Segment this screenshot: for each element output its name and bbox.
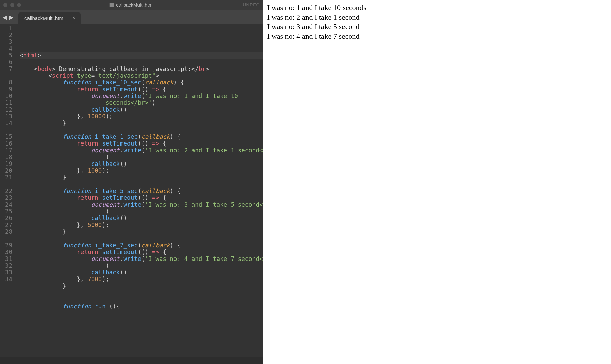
line-number: 3: [0, 39, 12, 45]
code-line[interactable]: ): [20, 208, 263, 215]
line-number: 9: [0, 86, 12, 93]
code-line[interactable]: seconds</br>'): [20, 100, 263, 107]
line-number: 14: [0, 120, 12, 127]
code-line[interactable]: return setTimeout(() => {: [20, 249, 263, 256]
nav-arrows: ◀ ▶: [3, 14, 14, 21]
line-number: 13: [0, 113, 12, 120]
code-line[interactable]: document.write('I was no: 4 and I take 7…: [20, 256, 263, 263]
tab-label: callbackMulti.html: [24, 15, 64, 21]
code-line[interactable]: }, 5000);: [20, 222, 263, 229]
code-line[interactable]: ): [20, 263, 263, 269]
code-line[interactable]: return setTimeout(() => {: [20, 195, 263, 202]
line-number: 19: [0, 161, 12, 168]
code-line[interactable]: callback(): [20, 269, 263, 276]
code-line[interactable]: }, 1000);: [20, 168, 263, 174]
nav-forward-icon[interactable]: ▶: [9, 14, 14, 21]
browser-output-pane: I was no: 1 and I take 10 secondsI was n…: [263, 0, 611, 364]
output-line: I was no: 3 and I take 5 second: [267, 22, 607, 31]
line-number: 12: [0, 107, 12, 113]
line-number: [0, 73, 12, 79]
code-line[interactable]: function run (){: [20, 303, 263, 310]
line-number: [0, 181, 12, 188]
code-line[interactable]: [20, 59, 263, 66]
status-bar: [0, 357, 263, 364]
code-line[interactable]: document.write('I was no: 2 and I take 1…: [20, 147, 263, 154]
code-line[interactable]: }: [20, 120, 263, 127]
line-number: 27: [0, 222, 12, 229]
code-line[interactable]: return setTimeout(() => {: [20, 86, 263, 93]
output-line: I was no: 2 and I take 1 second: [267, 13, 607, 22]
line-number: 22: [0, 188, 12, 195]
line-number: 30: [0, 249, 12, 256]
code-line[interactable]: [20, 127, 263, 134]
code-line[interactable]: return setTimeout(() => {: [20, 140, 263, 147]
close-window-icon[interactable]: [3, 3, 7, 7]
code-line[interactable]: }, 10000);: [20, 113, 263, 120]
code-line[interactable]: [20, 296, 263, 303]
line-number: 20: [0, 168, 12, 174]
code-line[interactable]: document.write('I was no: 1 and I take 1…: [20, 93, 263, 100]
line-number: 4: [0, 45, 12, 52]
line-number: 33: [0, 269, 12, 276]
code-line[interactable]: function i_take_7_sec(callback) {: [20, 242, 263, 249]
code-line[interactable]: }: [20, 229, 263, 235]
editor-pane: callbackMulti.html UNREG ◀ ▶ callbackMul…: [0, 0, 263, 364]
line-number-gutter: 1234567891011121314151617181920212223242…: [0, 24, 16, 357]
tab-bar: ◀ ▶ callbackMulti.html ×: [0, 10, 263, 24]
line-number: 25: [0, 208, 12, 215]
line-number: 32: [0, 263, 12, 269]
window-titlebar: callbackMulti.html UNREG: [0, 0, 263, 10]
line-number: 17: [0, 147, 12, 154]
window-title: callbackMulti.html: [109, 2, 153, 8]
line-number: 5: [0, 52, 12, 59]
line-number: [0, 127, 12, 134]
line-number: 11: [0, 100, 12, 107]
line-number: 28: [0, 229, 12, 235]
code-line[interactable]: callback(): [20, 215, 263, 222]
code-line[interactable]: }: [20, 174, 263, 181]
code-area[interactable]: <html> <body> Demonstrating callback in …: [16, 24, 263, 357]
registration-status: UNREG: [243, 2, 263, 7]
code-line[interactable]: [20, 235, 263, 242]
code-editor[interactable]: 1234567891011121314151617181920212223242…: [0, 24, 263, 357]
code-line[interactable]: ): [20, 154, 263, 161]
window-title-text: callbackMulti.html: [116, 2, 153, 8]
line-number: 15: [0, 134, 12, 140]
code-line[interactable]: <script type="text/javascript">: [20, 73, 263, 79]
line-number: 31: [0, 256, 12, 263]
line-number: [0, 235, 12, 242]
line-number: 6: [0, 59, 12, 66]
code-line[interactable]: callback(): [20, 161, 263, 168]
line-number: 26: [0, 215, 12, 222]
minimize-window-icon[interactable]: [10, 3, 14, 7]
line-number: 24: [0, 202, 12, 208]
line-number: 8: [0, 79, 12, 86]
traffic-lights: [0, 3, 21, 7]
code-line[interactable]: <body> Demonstrating callback in javascr…: [20, 66, 263, 73]
line-number: 34: [0, 276, 12, 283]
line-number: 16: [0, 140, 12, 147]
code-line[interactable]: function i_take_5_sec(callback) {: [20, 188, 263, 195]
line-number: 1: [0, 25, 12, 32]
code-line[interactable]: [20, 290, 263, 296]
code-line[interactable]: callback(): [20, 107, 263, 113]
file-icon: [109, 3, 114, 7]
line-number: 18: [0, 154, 12, 161]
code-line[interactable]: function i_take_10_sec(callback) {: [20, 79, 263, 86]
code-line[interactable]: }, 7000);: [20, 276, 263, 283]
code-line[interactable]: document.write('I was no: 3 and I take 5…: [20, 202, 263, 208]
close-tab-icon[interactable]: ×: [72, 15, 75, 21]
code-line[interactable]: [20, 181, 263, 188]
code-line[interactable]: }: [20, 283, 263, 290]
nav-back-icon[interactable]: ◀: [3, 14, 7, 21]
code-line[interactable]: <html>: [20, 52, 263, 59]
line-number: 21: [0, 174, 12, 181]
tab-callbackmulti[interactable]: callbackMulti.html ×: [18, 12, 81, 24]
zoom-window-icon[interactable]: [17, 3, 21, 7]
line-number: 2: [0, 32, 12, 39]
line-number: 7: [0, 66, 12, 73]
code-line[interactable]: function i_take_1_sec(callback) {: [20, 134, 263, 140]
line-number: 10: [0, 93, 12, 100]
line-number: 29: [0, 242, 12, 249]
output-line: I was no: 4 and I take 7 second: [267, 32, 607, 41]
